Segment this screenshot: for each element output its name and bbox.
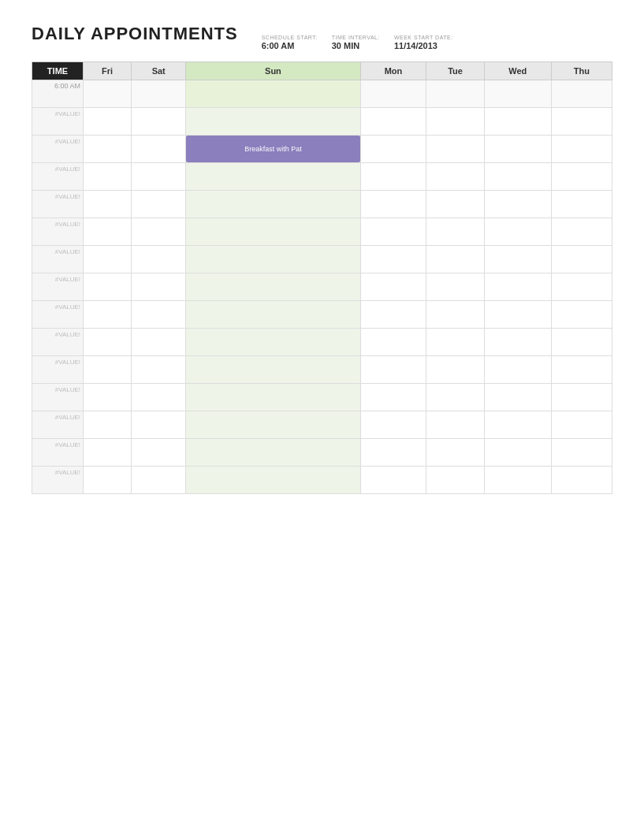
day-cell-sat [132, 136, 186, 163]
table-row: #VALUE! [32, 467, 612, 494]
col-header-thu: Thu [551, 62, 612, 80]
time-cell: #VALUE! [32, 329, 84, 356]
day-cell-thu [551, 80, 612, 108]
time-cell: #VALUE! [32, 384, 84, 411]
header-row: TIME Fri Sat Sun Mon Tue Wed Thu [32, 62, 612, 80]
table-row: #VALUE! [32, 246, 612, 273]
time-interval-value: 30 MIN [332, 41, 359, 50]
time-cell: #VALUE! [32, 439, 84, 467]
day-cell-sat [132, 108, 186, 136]
day-cell-sun [186, 80, 360, 108]
col-header-tue: Tue [426, 62, 485, 80]
col-header-sun: Sun [186, 62, 360, 80]
week-start-label: WEEK START DATE: [394, 35, 453, 40]
week-start-value: 11/14/2013 [394, 41, 437, 50]
time-cell: #VALUE! [32, 191, 84, 218]
day-cell-sat [132, 80, 186, 108]
page-header: DAILY APPOINTMENTS SCHEDULE START: 6:00 … [32, 24, 612, 50]
table-row: #VALUE! [32, 439, 612, 467]
col-header-fri: Fri [84, 62, 132, 80]
time-cell: 6:00 AM [32, 80, 84, 108]
day-cell-tue [426, 108, 485, 136]
table-row: #VALUE! [32, 329, 612, 356]
calendar-grid: TIME Fri Sat Sun Mon Tue Wed Thu 6:00 AM… [32, 61, 612, 494]
day-cell-tue [426, 80, 485, 108]
day-cell-mon [360, 108, 426, 136]
page-title: DAILY APPOINTMENTS [32, 24, 238, 44]
day-cell-sun [186, 108, 360, 136]
day-cell-mon [360, 80, 426, 108]
time-cell: #VALUE! [32, 467, 84, 494]
table-row: #VALUE! [32, 273, 612, 301]
time-cell: #VALUE! [32, 218, 84, 246]
week-start-group: WEEK START DATE: 11/14/2013 [394, 35, 453, 50]
table-row: #VALUE! [32, 384, 612, 411]
table-row: 6:00 AM [32, 80, 612, 108]
table-row: #VALUE! [32, 356, 612, 384]
schedule-start-label: SCHEDULE START: [262, 35, 318, 40]
day-cell-mon [360, 136, 426, 163]
time-cell: #VALUE! [32, 163, 84, 191]
day-cell-fri [84, 108, 132, 136]
table-row: #VALUE! [32, 301, 612, 329]
day-cell-sun-appointment: Breakfast with Pat [186, 136, 360, 163]
col-header-wed: Wed [484, 62, 551, 80]
time-cell-value1: #VALUE! [32, 108, 84, 136]
table-row: #VALUE! [32, 108, 612, 136]
appointment-label: Breakfast with Pat [244, 145, 302, 153]
col-header-sat: Sat [132, 62, 186, 80]
time-interval-label: TIME INTERVAL: [332, 35, 380, 40]
day-cell-fri [84, 136, 132, 163]
time-interval-group: TIME INTERVAL: 30 MIN [332, 35, 380, 50]
col-header-time: TIME [32, 62, 84, 80]
table-row: #VALUE! [32, 163, 612, 191]
day-cell-wed [484, 108, 551, 136]
time-cell: #VALUE! [32, 273, 84, 301]
time-cell: #VALUE! [32, 411, 84, 439]
day-cell-fri [84, 80, 132, 108]
table-row: #VALUE! [32, 191, 612, 218]
day-cell-thu [551, 136, 612, 163]
appointment-block[interactable]: Breakfast with Pat [186, 136, 359, 162]
table-row: #VALUE! [32, 218, 612, 246]
table-row: #VALUE! Breakfast with Pat [32, 136, 612, 163]
time-cell-value2: #VALUE! [32, 136, 84, 163]
col-header-mon: Mon [360, 62, 426, 80]
table-row: #VALUE! [32, 411, 612, 439]
day-cell-tue [426, 136, 485, 163]
time-cell: #VALUE! [32, 246, 84, 273]
schedule-start-group: SCHEDULE START: 6:00 AM [262, 35, 318, 50]
day-cell-wed [484, 80, 551, 108]
time-cell: #VALUE! [32, 356, 84, 384]
header-meta: SCHEDULE START: 6:00 AM TIME INTERVAL: 3… [262, 35, 453, 50]
time-cell: #VALUE! [32, 301, 84, 329]
schedule-start-value: 6:00 AM [262, 41, 295, 50]
day-cell-wed [484, 136, 551, 163]
day-cell-thu [551, 108, 612, 136]
